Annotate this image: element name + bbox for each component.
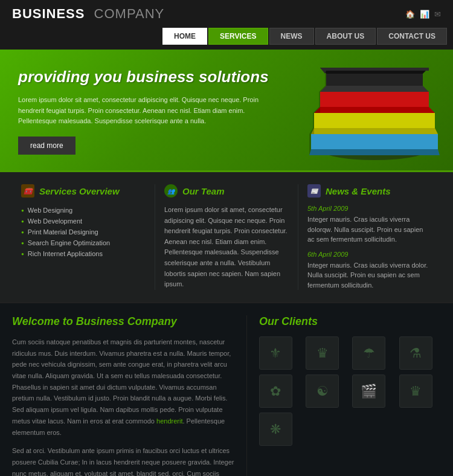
chart-icon[interactable]: 📊 (420, 10, 429, 19)
list-item: Web Development (21, 216, 146, 227)
hendrerit-link[interactable]: hendrerit (156, 417, 182, 425)
welcome-heading: Welcome to Business Company (12, 315, 234, 328)
navigation: HOME SERVICES NEWS ABOUT US CONTACT US (0, 28, 453, 50)
mail-icon[interactable]: ✉ (434, 10, 441, 19)
hero-chart (308, 56, 441, 164)
svg-marker-3 (320, 92, 429, 107)
team-heading: 👥 Our Team (164, 184, 289, 198)
nav-about[interactable]: ABOUT US (315, 28, 376, 45)
services-col: 🧰 Services Overview Web Designing Web De… (12, 184, 155, 290)
list-item: Print Material Designing (21, 227, 146, 237)
client-icon-3: ☂ (352, 336, 385, 370)
nav-services[interactable]: SERVICES (208, 28, 268, 45)
hero-text: providing you business solutions Lorem i… (18, 68, 272, 155)
bottom-section: Welcome to Business Company Cum sociis n… (0, 302, 453, 476)
home-icon[interactable]: 🏠 (405, 10, 415, 19)
svg-marker-2 (320, 86, 429, 92)
list-item: Search Engine Optimization (21, 237, 146, 248)
news-text-1: Integer mauris. Cras iaculis viverra dol… (307, 214, 432, 245)
service-list: Web Designing Web Development Print Mate… (21, 205, 146, 259)
news-text-2: Integer mauris. Cras iaculis viverra dol… (307, 260, 432, 291)
logo-company: COMPANY (94, 6, 165, 21)
svg-marker-5 (314, 113, 435, 128)
hero-tagline: providing you business solutions (18, 68, 272, 86)
client-icon-4: ⚗ (399, 336, 432, 370)
hero-body: Lorem ipsum dolor sit amet, consectetur … (18, 95, 272, 127)
list-item: Rich Internet Applications (21, 248, 146, 259)
clients-heading: Our Clients (259, 315, 441, 328)
clients-grid: ⚜ ♛ ☂ ⚗ ✿ ☯ 🎬 ♛ ❋ (259, 336, 441, 446)
client-icon-9: ❋ (259, 413, 292, 446)
client-icon-1: ⚜ (259, 336, 292, 370)
list-item: Web Designing (21, 205, 146, 216)
logo-business: BUSINESS (12, 6, 85, 21)
welcome-col: Welcome to Business Company Cum sociis n… (12, 315, 247, 476)
client-icon-2: ♛ (306, 336, 339, 370)
client-icon-8: ♛ (399, 375, 432, 408)
clients-col: Our Clients ⚜ ♛ ☂ ⚗ ✿ ☯ 🎬 ♛ ❋ (247, 315, 441, 476)
nav-contact[interactable]: CONTACT US (377, 28, 447, 45)
client-icon-7: 🎬 (352, 375, 385, 408)
welcome-para1: Cum sociis natoque penatibus et magnis d… (12, 336, 234, 438)
team-icon: 👥 (164, 184, 178, 198)
news-icon: 📰 (307, 184, 321, 198)
mid-section: 🧰 Services Overview Web Designing Web De… (0, 170, 453, 302)
logo: BUSINESS COMPANY (12, 6, 164, 22)
client-icon-5: ✿ (259, 375, 292, 408)
news-date-1: 5th April 2009 (307, 205, 432, 212)
team-body: Lorem ipsum dolor sit amet, consectetur … (164, 205, 289, 290)
top-icons: 🏠 📊 ✉ (405, 10, 441, 19)
news-heading: 📰 News & Events (307, 184, 432, 198)
read-more-button[interactable]: read more (18, 137, 76, 155)
svg-marker-4 (314, 107, 435, 113)
news-col: 📰 News & Events 5th April 2009 Integer m… (298, 184, 441, 290)
svg-marker-1 (326, 74, 423, 86)
nav-home[interactable]: HOME (162, 28, 207, 45)
client-icon-6: ☯ (306, 375, 339, 408)
services-icon: 🧰 (21, 184, 34, 198)
svg-marker-8 (309, 149, 440, 155)
header: BUSINESS COMPANY 🏠 📊 ✉ (0, 0, 453, 28)
hero-banner: providing you business solutions Lorem i… (0, 50, 453, 170)
news-date-2: 6th April 2009 (307, 251, 432, 258)
news-entry-2: 6th April 2009 Integer mauris. Cras iacu… (307, 251, 432, 291)
svg-marker-7 (311, 134, 438, 149)
news-entry-1: 5th April 2009 Integer mauris. Cras iacu… (307, 205, 432, 245)
team-col: 👥 Our Team Lorem ipsum dolor sit amet, c… (155, 184, 298, 290)
services-heading: 🧰 Services Overview (21, 184, 146, 198)
svg-marker-6 (311, 128, 438, 134)
nav-news[interactable]: NEWS (269, 28, 314, 45)
welcome-para2: Sed at orci. Vestibulum ante ipsum primi… (12, 445, 234, 476)
